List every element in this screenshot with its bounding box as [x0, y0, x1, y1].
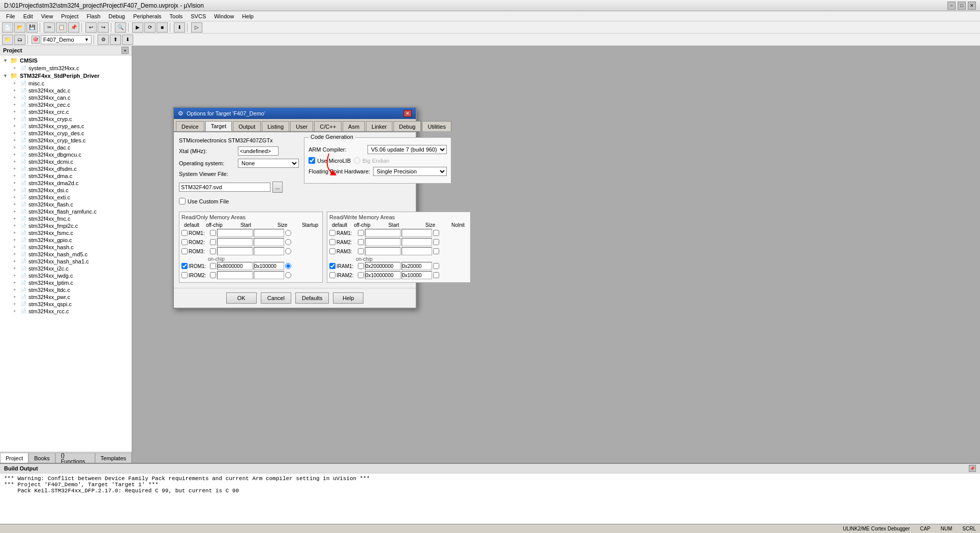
- irom2-offchip-checkbox[interactable]: [210, 272, 216, 278]
- paste-button[interactable]: 📌: [68, 22, 79, 33]
- tree-folder-cmsis[interactable]: ▼ 📁 CMSIS: [1, 56, 131, 65]
- rom2-startup-radio[interactable]: [285, 239, 291, 245]
- tree-folder-stdperiph[interactable]: ▼ 📁 STM32F4xx_StdPeriph_Driver: [1, 72, 131, 80]
- proj-open-button[interactable]: 🗂: [14, 35, 25, 45]
- tab-listing[interactable]: Listing: [262, 121, 289, 131]
- list-item[interactable]: +📄stm32f4xx_fsmc.c: [1, 229, 131, 236]
- list-item[interactable]: +📄stm32f4xx_adc.c: [1, 87, 131, 94]
- list-item[interactable]: +📄stm32f4xx_hash_sha1.c: [1, 258, 131, 265]
- build-button[interactable]: ▶: [132, 22, 143, 33]
- list-item[interactable]: +📄stm32f4xx_pwr.c: [1, 293, 131, 301]
- rebuild-button[interactable]: ⟳: [144, 22, 156, 33]
- list-item[interactable]: +📄stm32f4xx_qspi.c: [1, 301, 131, 308]
- irom2-start-input[interactable]: [217, 271, 253, 279]
- tab-target[interactable]: Target: [205, 121, 232, 131]
- flash3-button[interactable]: ⬇: [122, 35, 133, 45]
- rom3-startup-radio[interactable]: [285, 248, 291, 254]
- list-item[interactable]: +📄stm32f4xx_dma2d.c: [1, 180, 131, 187]
- ram2-start-input[interactable]: [365, 238, 401, 246]
- iram1-noinit-checkbox[interactable]: [433, 263, 439, 269]
- tab-books[interactable]: Books: [28, 453, 55, 463]
- ram3-start-input[interactable]: [365, 247, 401, 255]
- sysviewer-browse-button[interactable]: ...: [272, 182, 283, 193]
- find-button[interactable]: 🔍: [115, 22, 126, 33]
- rom1-size-input[interactable]: [254, 229, 284, 237]
- iram1-offchip-checkbox[interactable]: [358, 263, 364, 269]
- iram1-default-checkbox[interactable]: [329, 263, 335, 269]
- list-item[interactable]: +📄stm32f4xx_fmpi2c.c: [1, 222, 131, 229]
- list-item[interactable]: +📄stm32f4xx_dcmi.c: [1, 158, 131, 165]
- use-custom-file-checkbox[interactable]: [179, 198, 186, 204]
- menu-svcs[interactable]: SVCS: [187, 12, 210, 20]
- menu-window[interactable]: Window: [210, 12, 238, 20]
- tree-file-misc[interactable]: + 📄 misc.c: [1, 80, 131, 87]
- iram2-default-checkbox[interactable]: [329, 272, 335, 278]
- tab-linker[interactable]: Linker: [366, 121, 392, 131]
- list-item[interactable]: +📄stm32f4xx_gpio.c: [1, 236, 131, 244]
- ram1-start-input[interactable]: [365, 229, 401, 237]
- minimize-button[interactable]: −: [947, 2, 956, 10]
- list-item[interactable]: +📄stm32f4xx_dfsdm.c: [1, 165, 131, 172]
- irom2-startup-radio[interactable]: [285, 272, 291, 278]
- tab-user[interactable]: User: [290, 121, 313, 131]
- rom3-size-input[interactable]: [254, 247, 284, 255]
- ram2-default-checkbox[interactable]: [329, 239, 335, 245]
- build-output-pin-button[interactable]: 📌: [969, 465, 976, 472]
- rom1-start-input[interactable]: [217, 229, 253, 237]
- maximize-button[interactable]: □: [958, 2, 966, 10]
- options-dialog[interactable]: ⚙ Options for Target 'F407_Demo' ✕ Devic…: [173, 107, 417, 309]
- list-item[interactable]: +📄stm32f4xx_cec.c: [1, 101, 131, 108]
- iram2-start-input[interactable]: [365, 271, 401, 279]
- tab-project[interactable]: Project: [0, 453, 28, 463]
- panel-close-button[interactable]: ×: [121, 47, 129, 54]
- arm-compiler-select[interactable]: V5.06 update 7 (build 960): [368, 145, 447, 154]
- list-item[interactable]: +📄stm32f4xx_cryp_aes.c: [1, 123, 131, 130]
- list-item[interactable]: +📄stm32f4xx_hash.c: [1, 244, 131, 251]
- list-item[interactable]: +📄stm32f4xx_flash.c: [1, 201, 131, 208]
- list-item[interactable]: +📄stm32f4xx_dbgmcu.c: [1, 151, 131, 158]
- ram2-offchip-checkbox[interactable]: [358, 239, 364, 245]
- tab-templates[interactable]: Templates: [95, 453, 132, 463]
- menu-tools[interactable]: Tools: [166, 12, 187, 20]
- ram1-default-checkbox[interactable]: [329, 230, 335, 236]
- list-item[interactable]: +📄stm32f4xx_i2c.c: [1, 265, 131, 272]
- menu-help[interactable]: Help: [238, 12, 258, 20]
- stop-button[interactable]: ■: [157, 22, 168, 33]
- ram1-offchip-checkbox[interactable]: [358, 230, 364, 236]
- tab-asm[interactable]: Asm: [343, 121, 365, 131]
- target-dropdown[interactable]: F407_Demo ▼: [41, 35, 91, 44]
- tab-device[interactable]: Device: [176, 121, 204, 131]
- ram2-noinit-checkbox[interactable]: [433, 239, 439, 245]
- irom1-start-input[interactable]: [217, 262, 253, 270]
- list-item[interactable]: +📄stm32f4xx_rcc.c: [1, 308, 131, 315]
- use-microlib-checkbox[interactable]: [309, 157, 315, 164]
- list-item[interactable]: +📄stm32f4xx_ltdc.c: [1, 286, 131, 293]
- debug-start-button[interactable]: ▷: [191, 22, 202, 33]
- rom1-default-checkbox[interactable]: [181, 230, 188, 236]
- help-button[interactable]: Help: [333, 292, 363, 304]
- tree-file-system-stm32[interactable]: + 📄 system_stm32f4xx.c: [1, 65, 131, 72]
- rom3-default-checkbox[interactable]: [181, 248, 188, 254]
- ok-button[interactable]: OK: [226, 292, 257, 304]
- rom2-size-input[interactable]: [254, 238, 284, 246]
- list-item[interactable]: +📄stm32f4xx_can.c: [1, 94, 131, 101]
- irom1-default-checkbox[interactable]: [181, 263, 188, 269]
- defaults-button[interactable]: Defaults: [295, 292, 329, 304]
- save-button[interactable]: 💾: [26, 22, 38, 33]
- flash2-button[interactable]: ⬆: [110, 35, 121, 45]
- ram3-offchip-checkbox[interactable]: [358, 248, 364, 254]
- manage-button[interactable]: ⚙: [98, 35, 109, 45]
- list-item[interactable]: +📄stm32f4xx_fmc.c: [1, 215, 131, 222]
- rom1-startup-radio[interactable]: [285, 230, 291, 236]
- rom2-offchip-checkbox[interactable]: [210, 239, 216, 245]
- menu-edit[interactable]: Edit: [19, 12, 37, 20]
- irom2-default-checkbox[interactable]: [181, 272, 188, 278]
- tab-cpp[interactable]: C/C++: [314, 121, 342, 131]
- list-item[interactable]: +📄stm32f4xx_iwdg.c: [1, 272, 131, 279]
- tab-utilities[interactable]: Utilities: [422, 121, 451, 131]
- iram2-noinit-checkbox[interactable]: [433, 272, 439, 278]
- os-select[interactable]: None: [238, 159, 299, 168]
- iram1-size-input[interactable]: [402, 262, 432, 270]
- ram3-size-input[interactable]: [402, 247, 432, 255]
- fp-hw-select[interactable]: Single Precision: [373, 167, 447, 176]
